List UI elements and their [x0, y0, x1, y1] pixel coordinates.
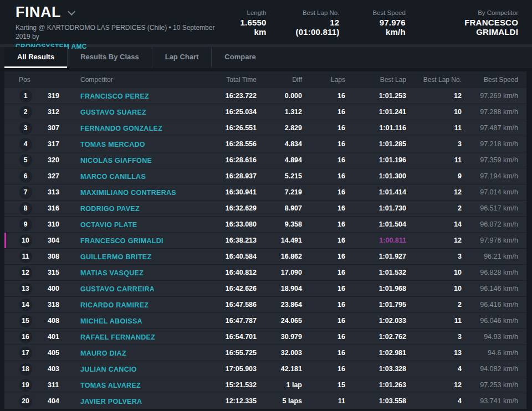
- tab-all-results[interactable]: All Results: [4, 47, 67, 68]
- laps: 16: [302, 301, 345, 309]
- total-time: 16:23.722: [184, 92, 257, 100]
- diff: 9.358: [257, 220, 302, 228]
- pos-cell: 7: [11, 186, 40, 199]
- best-lap-no: 2: [406, 301, 462, 309]
- total-time: 16:30.941: [184, 188, 257, 196]
- competitor-link[interactable]: GUILLERMO BRITEZ: [80, 253, 151, 261]
- stat-value: 97.976 km/h: [360, 18, 405, 37]
- best-lap: 1:01.795: [345, 301, 406, 309]
- table-row[interactable]: 5 320 NICOLAS GIAFFONE 16:28.616 4.894 1…: [4, 152, 526, 168]
- competitor-link[interactable]: RAFAEL FERNANDEZ: [80, 333, 155, 341]
- pos-cell: 1: [11, 90, 40, 102]
- competitor-link[interactable]: MICHEL ABOISSA: [80, 317, 142, 325]
- competitor-cell: RODRIGO PAVEZ: [73, 203, 184, 213]
- laps: 16: [302, 285, 345, 292]
- kart-number: 317: [40, 140, 73, 148]
- kart-number: 408: [40, 317, 73, 325]
- column-header-best-lap-no: Best Lap No.: [406, 76, 462, 84]
- table-row[interactable]: 7 313 MAXIMILIANO CONTRERAS 16:30.941 7.…: [4, 184, 526, 201]
- table-row[interactable]: 18 403 JULIAN CANCIO 17:05.903 42.181 16…: [4, 361, 526, 377]
- pos-badge: 18: [19, 363, 32, 376]
- competitor-cell: MARCO CANILLAS: [73, 171, 184, 181]
- kart-number: 307: [40, 124, 73, 132]
- laps: 11: [302, 397, 345, 405]
- pos-badge: 7: [19, 186, 32, 199]
- competitor-link[interactable]: RICARDO RAMIREZ: [80, 301, 149, 309]
- kart-number: 401: [40, 333, 73, 341]
- kart-number: 316: [40, 204, 73, 212]
- table-row[interactable]: 6 327 MARCO CANILLAS 16:28.937 5.215 16 …: [4, 168, 526, 184]
- best-lap-no: 12: [406, 381, 462, 389]
- table-row[interactable]: 13 400 GUSTAVO CARREIRA 16:42.626 18.904…: [4, 281, 526, 297]
- table-row[interactable]: 12 315 MATIAS VASQUEZ 16:40.812 17.090 1…: [4, 265, 526, 281]
- pos-cell: 13: [11, 282, 40, 295]
- best-lap: 1:01.300: [345, 172, 406, 180]
- table-row[interactable]: 1 319 FRANCISCO PEREZ 16:23.722 0.000 16…: [4, 88, 526, 104]
- column-header-best-speed: Best Speed: [462, 76, 518, 84]
- table-row[interactable]: 4 317 TOMAS MERCADO 16:28.556 4.834 16 1…: [4, 136, 526, 152]
- table-row[interactable]: 17 405 MAURO DIAZ 16:55.725 32.003 16 1:…: [4, 345, 526, 361]
- kart-number: 313: [40, 188, 73, 196]
- competitor-link[interactable]: MATIAS VASQUEZ: [80, 269, 144, 277]
- tab-lap-chart[interactable]: Lap Chart: [152, 47, 212, 68]
- competitor-link[interactable]: GUSTAVO CARREIRA: [80, 285, 155, 293]
- session-subtitle-text: Karting @ KARTODROMO LAS PERDICES (Chile…: [16, 24, 214, 40]
- best-lap: 1:02.762: [345, 333, 406, 341]
- competitor-link[interactable]: MARCO CANILLAS: [80, 173, 146, 181]
- pos-cell: 17: [11, 347, 40, 359]
- competitor-link[interactable]: FRANCESCO GRIMALDI: [80, 237, 163, 245]
- laps: 16: [302, 237, 345, 244]
- best-lap-no: 4: [406, 365, 462, 373]
- competitor-link[interactable]: JULIAN CANCIO: [80, 366, 137, 373]
- competitor-link[interactable]: RODRIGO PAVEZ: [80, 205, 140, 213]
- tab-results-by-class[interactable]: Results By Class: [67, 47, 152, 68]
- competitor-link[interactable]: FERNANDO GONZALEZ: [80, 125, 162, 132]
- table-row[interactable]: 3 307 FERNANDO GONZALEZ 16:26.551 2.829 …: [4, 120, 526, 136]
- table-row[interactable]: 19 311 TOMAS ALVAREZ 15:21.532 1 lap 15 …: [4, 377, 526, 393]
- table-row[interactable]: 16 401 RAFAEL FERNANDEZ 16:54.701 30.979…: [4, 329, 526, 345]
- kart-number: 318: [40, 301, 73, 309]
- competitor-link[interactable]: JAVIER POLVERA: [80, 398, 142, 405]
- competitor-cell: TOMAS ALVAREZ: [73, 380, 184, 390]
- competitor-link[interactable]: TOMAS ALVAREZ: [80, 382, 141, 389]
- kart-number: 308: [40, 253, 73, 260]
- competitor-link[interactable]: OCTAVIO PLATE: [80, 221, 137, 229]
- competitor-link[interactable]: NICOLAS GIAFFONE: [80, 157, 152, 165]
- table-row[interactable]: 10 304 FRANCESCO GRIMALDI 16:38.213 14.4…: [4, 233, 526, 249]
- table-row[interactable]: 9 310 OCTAVIO PLATE 16:33.080 9.358 16 1…: [4, 217, 526, 233]
- laps: 16: [302, 140, 345, 148]
- kart-number: 304: [40, 237, 73, 244]
- laps: 16: [302, 220, 345, 228]
- pos-cell: 8: [11, 202, 40, 215]
- table-row[interactable]: 15 408 MICHEL ABOISSA 16:47.787 24.065 1…: [4, 313, 526, 329]
- competitor-cell: JULIAN CANCIO: [73, 364, 184, 374]
- laps: 16: [302, 92, 345, 100]
- best-lap-no: 10: [406, 269, 462, 276]
- laps: 16: [302, 172, 345, 180]
- stat-best-lap-no: Best Lap No. 12 (01:00.811): [288, 9, 340, 44]
- stat-label: By Competitor: [427, 9, 518, 16]
- table-row[interactable]: 14 318 RICARDO RAMIREZ 16:47.586 23.864 …: [4, 297, 526, 313]
- best-lap-no: 12: [406, 188, 462, 196]
- kart-number: 327: [40, 172, 73, 180]
- best-lap: 1:01.241: [345, 108, 406, 116]
- pos-badge: 9: [19, 218, 32, 231]
- table-row[interactable]: 20 404 JAVIER POLVERA 12:12.335 5 laps 1…: [4, 393, 526, 409]
- table-row[interactable]: 11 308 GUILLERMO BRITEZ 16:40.584 16.862…: [4, 249, 526, 265]
- competitor-link[interactable]: MAXIMILIANO CONTRERAS: [80, 189, 176, 197]
- results-table-header: Pos Competitor Total Time Diff Laps Best…: [4, 71, 526, 88]
- competitor-link[interactable]: TOMAS MERCADO: [80, 141, 145, 148]
- total-time: 16:32.629: [184, 204, 257, 212]
- diff: 7.219: [257, 188, 302, 196]
- competitor-link[interactable]: MAURO DIAZ: [80, 350, 126, 357]
- chevron-down-icon[interactable]: [68, 7, 75, 15]
- competitor-link[interactable]: GUSTAVO SUAREZ: [80, 109, 146, 116]
- tab-compare[interactable]: Compare: [211, 47, 268, 68]
- diff: 24.065: [257, 317, 302, 325]
- stat-label: Best Speed: [360, 9, 405, 16]
- competitor-link[interactable]: FRANCISCO PEREZ: [80, 93, 149, 100]
- pos-cell: 2: [11, 106, 40, 119]
- competitor-cell: GUILLERMO BRITEZ: [73, 251, 184, 261]
- table-row[interactable]: 2 312 GUSTAVO SUAREZ 16:25.034 1.312 16 …: [4, 104, 526, 120]
- table-row[interactable]: 8 316 RODRIGO PAVEZ 16:32.629 8.907 16 1…: [4, 201, 526, 217]
